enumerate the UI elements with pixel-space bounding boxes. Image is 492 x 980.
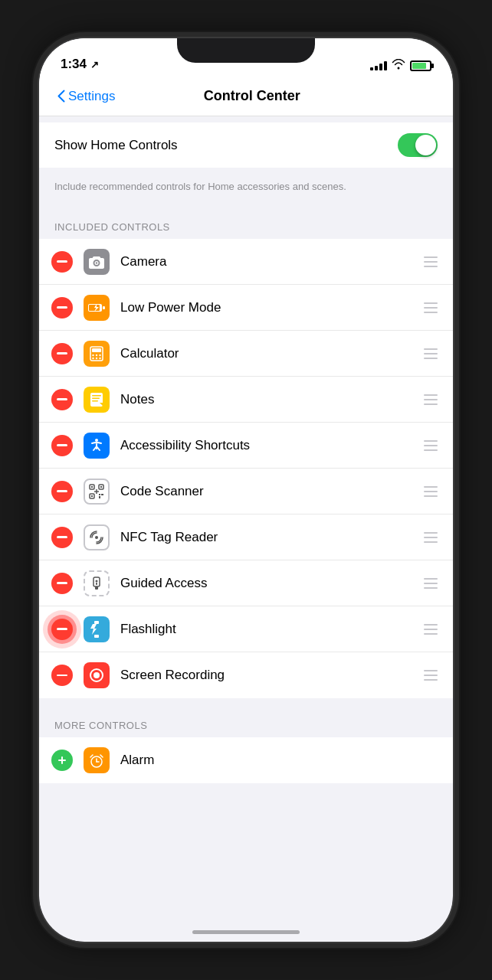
svg-point-10 <box>92 357 93 358</box>
screen-recording-icon <box>84 662 110 688</box>
notes-icon <box>84 387 110 413</box>
drag-handle-screen-recording[interactable] <box>421 667 441 684</box>
svg-rect-34 <box>94 621 99 624</box>
svg-rect-22 <box>100 486 102 488</box>
drag-handle-nfc[interactable] <box>421 529 441 546</box>
control-row-low-power: Low Power Mode <box>39 285 453 331</box>
drag-handle-low-power[interactable] <box>421 299 441 316</box>
more-controls-list: Alarm <box>39 737 453 783</box>
calculator-icon <box>84 341 110 367</box>
remove-notes-button[interactable] <box>51 389 73 410</box>
home-indicator <box>192 930 300 934</box>
svg-rect-24 <box>99 494 100 495</box>
toggle-description: Include recommended controls for Home ac… <box>39 174 453 206</box>
drag-handle-guided-access[interactable] <box>421 575 441 592</box>
signal-bars <box>370 61 387 70</box>
content-scroll[interactable]: Show Home Controls Include recommended c… <box>39 116 453 942</box>
svg-rect-25 <box>99 496 100 498</box>
svg-rect-39 <box>58 760 66 761</box>
remove-calculator-button[interactable] <box>51 343 73 364</box>
control-name-notes: Notes <box>120 392 421 407</box>
drag-handle-calculator[interactable] <box>421 345 441 362</box>
notch <box>177 38 315 63</box>
add-alarm-button[interactable] <box>51 750 73 771</box>
drag-handle-camera[interactable] <box>421 253 441 270</box>
svg-rect-35 <box>94 635 99 638</box>
battery-icon <box>410 60 431 71</box>
control-row-calculator: Calculator <box>39 331 453 377</box>
svg-point-37 <box>93 672 100 678</box>
more-controls-header: MORE CONTROLS <box>39 704 453 737</box>
back-label: Settings <box>68 89 115 104</box>
svg-point-11 <box>96 357 97 358</box>
control-name-low-power: Low Power Mode <box>120 300 421 315</box>
remove-accessibility-button[interactable] <box>51 435 73 456</box>
control-name-guided-access: Guided Access <box>120 576 421 591</box>
guided-access-icon <box>84 570 110 596</box>
back-button[interactable]: Settings <box>57 89 115 104</box>
svg-point-12 <box>99 357 100 358</box>
show-home-controls-label: Show Home Controls <box>54 138 178 153</box>
control-name-code-scanner: Code Scanner <box>120 484 421 499</box>
svg-rect-16 <box>92 400 98 402</box>
control-row-guided-access: Guided Access <box>39 560 453 606</box>
control-row-flashlight: Flashlight <box>39 606 453 652</box>
control-name-calculator: Calculator <box>120 346 421 361</box>
control-name-flashlight: Flashlight <box>120 622 421 637</box>
svg-point-7 <box>92 354 93 355</box>
svg-rect-33 <box>96 583 97 585</box>
svg-rect-23 <box>91 495 93 497</box>
low-power-icon <box>84 295 110 321</box>
control-row-camera: Camera <box>39 239 453 285</box>
control-name-screen-recording: Screen Recording <box>120 668 421 683</box>
alarm-icon <box>84 747 110 773</box>
svg-rect-26 <box>101 494 103 495</box>
svg-point-29 <box>95 536 98 539</box>
remove-screen-recording-button[interactable] <box>51 665 73 686</box>
nfc-icon <box>84 524 110 550</box>
remove-code-scanner-button[interactable] <box>51 481 73 502</box>
control-name-alarm: Alarm <box>120 753 441 768</box>
svg-rect-13 <box>90 393 103 407</box>
svg-rect-4 <box>103 306 105 309</box>
drag-handle-code-scanner[interactable] <box>421 483 441 500</box>
control-row-alarm: Alarm <box>39 737 453 783</box>
remove-low-power-button[interactable] <box>51 297 73 318</box>
location-icon: ↗ <box>90 59 99 70</box>
svg-point-17 <box>95 439 98 442</box>
show-home-controls-row: Show Home Controls <box>39 122 453 168</box>
camera-icon <box>84 249 110 275</box>
code-scanner-icon <box>84 479 110 505</box>
wifi-icon <box>392 59 405 72</box>
remove-nfc-button[interactable] <box>51 527 73 548</box>
page-title: Control Center <box>115 88 389 104</box>
svg-rect-6 <box>92 348 101 352</box>
control-row-screen-recording: Screen Recording <box>39 652 453 698</box>
remove-flashlight-button[interactable] <box>51 619 73 640</box>
remove-camera-button[interactable] <box>51 251 73 273</box>
control-row-nfc: NFC Tag Reader <box>39 514 453 560</box>
included-controls-header: INCLUDED CONTROLS <box>39 206 453 239</box>
control-row-accessibility: Accessibility Shortcuts <box>39 423 453 469</box>
control-name-nfc: NFC Tag Reader <box>120 530 421 545</box>
accessibility-icon <box>84 433 110 459</box>
svg-point-1 <box>96 262 97 263</box>
svg-rect-31 <box>95 586 98 590</box>
flashlight-icon <box>84 616 110 642</box>
nav-bar: Settings Control Center <box>39 77 453 116</box>
svg-point-8 <box>96 354 97 355</box>
drag-handle-notes[interactable] <box>421 391 441 408</box>
svg-rect-15 <box>92 397 100 399</box>
drag-handle-accessibility[interactable] <box>421 437 441 454</box>
show-home-controls-toggle[interactable] <box>398 133 438 157</box>
drag-handle-flashlight[interactable] <box>421 621 441 638</box>
svg-point-9 <box>99 354 100 355</box>
svg-rect-21 <box>91 486 93 488</box>
svg-point-32 <box>96 580 98 582</box>
included-controls-list: Camera <box>39 239 453 698</box>
remove-guided-access-button[interactable] <box>51 573 73 594</box>
status-icons <box>370 59 431 72</box>
svg-rect-14 <box>92 395 101 397</box>
control-row-notes: Notes <box>39 377 453 423</box>
screen: 1:34 ↗ <box>39 38 453 942</box>
